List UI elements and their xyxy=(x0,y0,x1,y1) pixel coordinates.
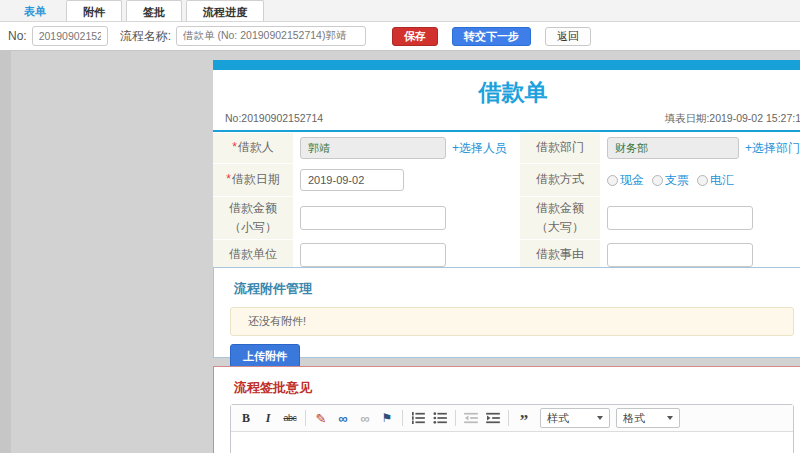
anchor-flag-icon[interactable]: ⚑ xyxy=(377,408,397,428)
card-top-bar xyxy=(213,60,800,70)
process-name-label: 流程名称: xyxy=(120,28,171,45)
department-input[interactable] xyxy=(607,137,739,159)
toolbar-separator xyxy=(508,410,509,426)
radio-icon xyxy=(652,175,663,186)
method-field: 现金 支票 电汇 xyxy=(601,164,800,196)
editor-content-area[interactable] xyxy=(231,432,793,453)
process-name-input[interactable] xyxy=(176,26,366,46)
no-attachment-alert: 还没有附件! xyxy=(230,307,794,336)
blockquote-icon[interactable]: ” xyxy=(514,408,534,428)
outdent-icon[interactable] xyxy=(461,408,481,428)
borrower-input[interactable] xyxy=(300,137,446,159)
amount-small-input[interactable] xyxy=(300,206,446,230)
left-gutter xyxy=(0,51,11,453)
tab-bar: 表单 附件 签批 流程进度 xyxy=(0,0,800,22)
bold-icon[interactable]: B xyxy=(236,408,256,428)
radio-icon xyxy=(697,175,708,186)
form-grid: *借款人 +选择人员 借款部门 +选择部门 *借款日期 借款方式 现金 xyxy=(213,133,800,270)
radio-cash[interactable]: 现金 xyxy=(607,172,644,189)
method-radio-group: 现金 支票 电汇 xyxy=(607,172,734,189)
amount-big-label: 借款金额（大写） xyxy=(520,197,600,239)
back-button[interactable]: 返回 xyxy=(545,27,591,46)
unit-label: 借款单位 xyxy=(213,240,293,270)
numbered-list-icon[interactable] xyxy=(408,408,428,428)
department-field: +选择部门 xyxy=(601,133,800,163)
loan-date-input[interactable] xyxy=(300,169,404,191)
tab-approval[interactable]: 签批 xyxy=(126,0,182,21)
save-button[interactable]: 保存 xyxy=(392,27,438,46)
reason-field xyxy=(601,240,800,270)
format-dropdown-label: 格式 xyxy=(623,411,645,426)
toolbar-separator xyxy=(402,410,403,426)
select-person-link[interactable]: +选择人员 xyxy=(452,140,507,157)
divider-line xyxy=(213,130,800,132)
format-dropdown[interactable]: 格式 xyxy=(616,408,680,428)
form-meta-row: No:20190902152714 填表日期:2019-09-02 15:27:… xyxy=(213,112,800,130)
required-mark: * xyxy=(232,140,237,154)
attachment-panel-title: 流程附件管理 xyxy=(234,280,800,298)
reason-label: 借款事由 xyxy=(520,240,600,270)
rich-text-editor: B I abc ✎ ∞ ∞ ⚑ ” 样式 xyxy=(230,404,794,453)
radio-wire[interactable]: 电汇 xyxy=(697,172,734,189)
tab-attachment[interactable]: 附件 xyxy=(66,0,122,21)
department-label: 借款部门 xyxy=(520,133,600,163)
amount-small-label: 借款金额（小写） xyxy=(213,197,293,239)
loan-form-card: 借款单 No:20190902152714 填表日期:2019-09-02 15… xyxy=(213,60,800,280)
borrower-label: *借款人 xyxy=(213,133,293,163)
styles-dropdown-label: 样式 xyxy=(547,411,569,426)
unlink-icon[interactable]: ∞ xyxy=(355,408,375,428)
bulleted-list-icon[interactable] xyxy=(430,408,450,428)
tab-form[interactable]: 表单 xyxy=(8,0,62,21)
form-no-text: No:20190902152714 xyxy=(225,112,323,126)
link-icon[interactable]: ∞ xyxy=(333,408,353,428)
radio-icon xyxy=(607,175,618,186)
strikethrough-icon[interactable]: abc xyxy=(280,408,300,428)
loan-date-field xyxy=(294,164,519,196)
approval-panel-title: 流程签批意见 xyxy=(234,379,800,397)
amount-small-field xyxy=(294,197,519,239)
no-label: No: xyxy=(8,29,27,43)
page: { "tabs": [ { "label": "表单", "active": t… xyxy=(0,0,800,453)
attachment-panel: 流程附件管理 还没有附件! 上传附件 xyxy=(213,267,800,358)
amount-big-field xyxy=(601,197,800,239)
italic-icon[interactable]: I xyxy=(258,408,278,428)
required-mark: * xyxy=(226,172,231,186)
next-step-button[interactable]: 转交下一步 xyxy=(452,27,531,46)
no-input[interactable] xyxy=(32,26,108,46)
indent-icon[interactable] xyxy=(483,408,503,428)
radio-cheque[interactable]: 支票 xyxy=(652,172,689,189)
form-date-text: 填表日期:2019-09-02 15:27:1 xyxy=(664,112,800,126)
amount-big-input[interactable] xyxy=(607,206,753,230)
toolbar-separator xyxy=(305,410,306,426)
method-label: 借款方式 xyxy=(520,164,600,196)
chevron-down-icon xyxy=(597,416,603,420)
styles-dropdown[interactable]: 样式 xyxy=(540,408,610,428)
editor-toolbar: B I abc ✎ ∞ ∞ ⚑ ” 样式 xyxy=(231,405,793,432)
reason-input[interactable] xyxy=(607,243,753,267)
loan-date-label: *借款日期 xyxy=(213,164,293,196)
select-department-link[interactable]: +选择部门 xyxy=(745,140,800,157)
form-title: 借款单 xyxy=(213,70,800,112)
borrower-field: +选择人员 xyxy=(294,133,519,163)
unit-input[interactable] xyxy=(300,243,446,267)
unit-field xyxy=(294,240,519,270)
tab-process-progress[interactable]: 流程进度 xyxy=(186,0,264,21)
remove-format-icon[interactable]: ✎ xyxy=(311,408,331,428)
chevron-down-icon xyxy=(667,416,673,420)
toolbar-separator xyxy=(455,410,456,426)
approval-panel: 流程签批意见 B I abc ✎ ∞ ∞ ⚑ ” xyxy=(213,366,800,453)
action-toolbar: No: 流程名称: 保存 转交下一步 返回 xyxy=(0,22,800,51)
